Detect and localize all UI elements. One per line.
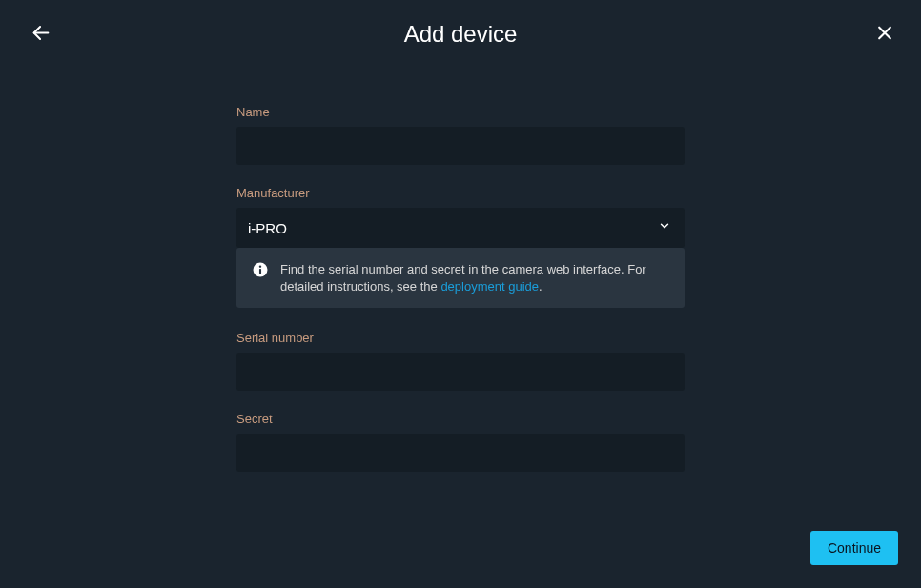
manufacturer-value: i-PRO: [248, 220, 287, 236]
manufacturer-select-wrapper: i-PRO: [236, 208, 685, 248]
secret-label: Secret: [236, 412, 685, 426]
info-box: Find the serial number and secret in the…: [236, 248, 685, 308]
info-text: Find the serial number and secret in the…: [280, 261, 669, 294]
name-field-group: Name: [236, 105, 685, 165]
manufacturer-select[interactable]: i-PRO: [236, 208, 685, 248]
info-icon: [252, 261, 269, 294]
close-button[interactable]: [871, 20, 898, 50]
name-label: Name: [236, 105, 685, 119]
dialog-header: Add device: [0, 0, 921, 69]
back-button[interactable]: [27, 19, 55, 51]
arrow-left-icon: [31, 23, 51, 47]
info-text-suffix: .: [539, 279, 542, 294]
manufacturer-field-group: Manufacturer i-PRO: [236, 186, 685, 248]
dialog-title: Add device: [404, 21, 518, 48]
continue-button[interactable]: Continue: [810, 531, 898, 565]
svg-rect-5: [259, 269, 261, 274]
deployment-guide-link[interactable]: deployment guide: [440, 279, 539, 294]
name-input[interactable]: [236, 127, 685, 165]
dialog-footer: Continue: [810, 531, 898, 565]
manufacturer-label: Manufacturer: [236, 186, 685, 200]
serial-field-group: Serial number: [236, 331, 685, 391]
secret-field-group: Secret: [236, 412, 685, 472]
form-container: Name Manufacturer i-PRO Find the serial: [236, 105, 685, 472]
secret-input[interactable]: [236, 434, 685, 472]
close-icon: [875, 24, 894, 46]
serial-input[interactable]: [236, 353, 685, 391]
serial-label: Serial number: [236, 331, 685, 345]
svg-point-4: [259, 265, 261, 267]
